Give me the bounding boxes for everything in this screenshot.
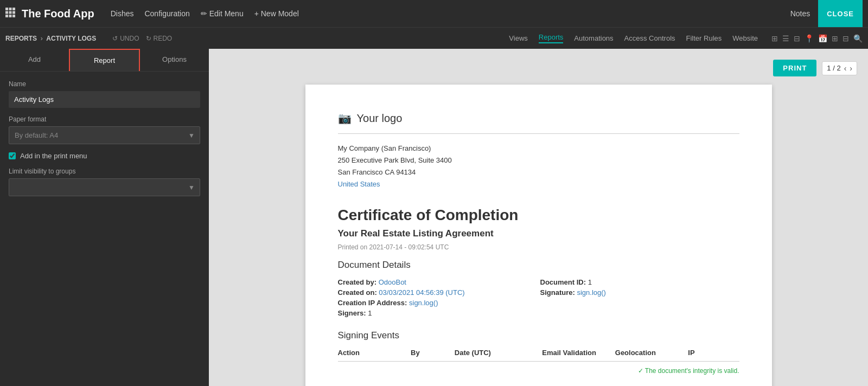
view-icon-group: ⊞ ☰ ⊟ 📍 📅 ⊞ ⊟ 🔍 (771, 34, 863, 43)
doc-divider (338, 133, 739, 134)
nav-edit-menu[interactable]: ✏ Edit Menu (201, 9, 244, 18)
secondary-navigation: REPORTS › ACTIVITY LOGS ↺ UNDO ↻ REDO Vi… (0, 27, 868, 49)
notes-button[interactable]: Notes (782, 9, 819, 18)
undo-redo-group: ↺ UNDO ↻ REDO (112, 35, 172, 42)
redo-button[interactable]: ↻ REDO (146, 35, 173, 42)
creation-ip-label: Creation IP Address: (338, 299, 407, 307)
name-field-label: Name (9, 80, 200, 88)
doc-printed: Printed on 2021-07-14 - 09:02:54 UTC (338, 243, 739, 251)
map-view-icon[interactable]: 📍 (805, 34, 814, 43)
pencil-icon: ✏ (201, 9, 209, 18)
sidebar-tab-report[interactable]: Report (69, 49, 140, 71)
signers-label: Signers: (338, 309, 366, 317)
undo-button[interactable]: ↺ UNDO (112, 35, 139, 42)
page-navigation: 1 / 2 ‹ › (822, 61, 857, 75)
company-name: My Company (San Francisco) (338, 143, 739, 155)
svg-rect-3 (5, 11, 8, 14)
paper-format-select[interactable]: By default: A4 A4 Letter (9, 126, 200, 144)
svg-rect-8 (12, 15, 15, 17)
visibility-wrapper: ▼ (9, 178, 200, 196)
signing-events-title: Signing Events (338, 330, 739, 341)
company-country: United States (338, 178, 739, 190)
col-date: Date (UTC) (455, 349, 542, 357)
doc-table-header: Action By Date (UTC) Email Validation Ge… (338, 349, 739, 362)
doc-subtitle: Your Real Estate Listing Agreement (338, 228, 739, 239)
print-menu-checkbox[interactable] (9, 152, 16, 159)
name-input[interactable] (9, 91, 200, 108)
sidebar-content: Name Paper format By default: A4 A4 Lett… (0, 72, 209, 205)
signature-label: Signature: (540, 288, 575, 297)
table-view-icon[interactable]: ⊟ (843, 34, 849, 43)
prev-page-button[interactable]: ‹ (844, 64, 847, 73)
sidebar-tabs: Add Report Options (0, 49, 209, 72)
main-layout: Add Report Options Name Paper format By … (0, 49, 868, 386)
nav-configuration[interactable]: Configuration (144, 9, 189, 18)
details-left: Created by: OdooBot Created on: 03/03/20… (338, 278, 537, 319)
tab-filter-rules[interactable]: Filter Rules (686, 34, 722, 42)
sidebar-tab-options[interactable]: Options (140, 49, 209, 71)
tab-automations[interactable]: Automations (574, 34, 613, 42)
created-by-label: Created by: (338, 278, 377, 286)
document-id-line: Document ID: 1 (540, 278, 739, 286)
creation-ip-line: Creation IP Address: sign.log() (338, 299, 537, 307)
tab-views[interactable]: Views (509, 34, 527, 42)
search-icon[interactable]: 🔍 (853, 34, 863, 43)
created-by-value: OdooBot (379, 278, 406, 286)
col-email: Email Validation (542, 349, 615, 357)
tab-reports[interactable]: Reports (539, 33, 564, 43)
top-navigation: The Food App Dishes Configuration ✏ Edit… (0, 0, 868, 27)
created-on-value: 03/03/2021 04:56:39 (UTC) (379, 288, 464, 297)
print-menu-label[interactable]: Add in the print menu (20, 152, 87, 160)
doc-details: Created by: OdooBot Created on: 03/03/20… (338, 278, 739, 319)
camera-icon: 📷 (338, 112, 352, 125)
signers-value: 1 (368, 309, 372, 317)
visibility-select[interactable] (9, 178, 200, 196)
sidebar-tab-add[interactable]: Add (0, 49, 69, 71)
col-by: By (411, 349, 455, 357)
col-geo: Geolocation (615, 349, 688, 357)
next-page-button[interactable]: › (850, 64, 852, 73)
created-on-line: Created on: 03/03/2021 04:56:39 (UTC) (338, 288, 537, 297)
tab-access-controls[interactable]: Access Controls (624, 34, 675, 42)
paper-format-wrapper: By default: A4 A4 Letter ▼ (9, 126, 200, 144)
svg-rect-7 (9, 15, 12, 17)
svg-rect-6 (5, 15, 8, 17)
created-by-line: Created by: OdooBot (338, 278, 537, 286)
svg-rect-1 (9, 8, 12, 10)
close-button[interactable]: CLOSE (818, 0, 863, 27)
created-on-label: Created on: (338, 288, 377, 297)
kanban-view-icon[interactable]: ⊟ (794, 34, 800, 43)
signers-line: Signers: 1 (338, 309, 537, 317)
grid-view-icon[interactable]: ☰ (782, 34, 789, 43)
pivot-view-icon[interactable]: ⊞ (832, 34, 838, 43)
paper-format-label: Paper format (9, 115, 200, 123)
tab-website[interactable]: Website (732, 34, 758, 42)
sidebar: Add Report Options Name Paper format By … (0, 49, 209, 386)
doc-address: My Company (San Francisco) 250 Executive… (338, 143, 739, 190)
document-preview: 📷 Your logo My Company (San Francisco) 2… (305, 85, 772, 386)
top-nav-links: Dishes Configuration ✏ Edit Menu + New M… (111, 9, 299, 18)
nav-new-model[interactable]: + New Model (254, 9, 299, 18)
calendar-view-icon[interactable]: 📅 (818, 34, 827, 43)
print-button[interactable]: PRINT (773, 60, 816, 76)
nav-dishes[interactable]: Dishes (111, 9, 134, 18)
signature-line: Signature: sign.log() (540, 288, 739, 297)
doc-title: Certificate of Completion (338, 207, 739, 224)
company-city: San Francisco CA 94134 (338, 166, 739, 178)
breadcrumb-current: ACTIVITY LOGS (46, 35, 96, 42)
grid-icon[interactable] (5, 8, 15, 20)
document-id-value: 1 (588, 278, 592, 286)
page-display: 1 / 2 (827, 64, 840, 72)
doc-section-title: Document Details (338, 260, 739, 271)
breadcrumb-parent[interactable]: REPORTS (5, 35, 37, 42)
content-toolbar: PRINT 1 / 2 ‹ › (220, 60, 857, 76)
list-view-icon[interactable]: ⊞ (771, 34, 778, 43)
details-right: Document ID: 1 Signature: sign.log() (540, 278, 739, 319)
creation-ip-value: sign.log() (409, 299, 438, 307)
col-ip: IP (688, 349, 739, 357)
visibility-label: Limit visibility to groups (9, 168, 200, 175)
company-street: 250 Executive Park Blvd, Suite 3400 (338, 155, 739, 166)
svg-rect-4 (9, 11, 12, 14)
signature-value: sign.log() (577, 288, 605, 297)
col-action: Action (338, 349, 411, 357)
